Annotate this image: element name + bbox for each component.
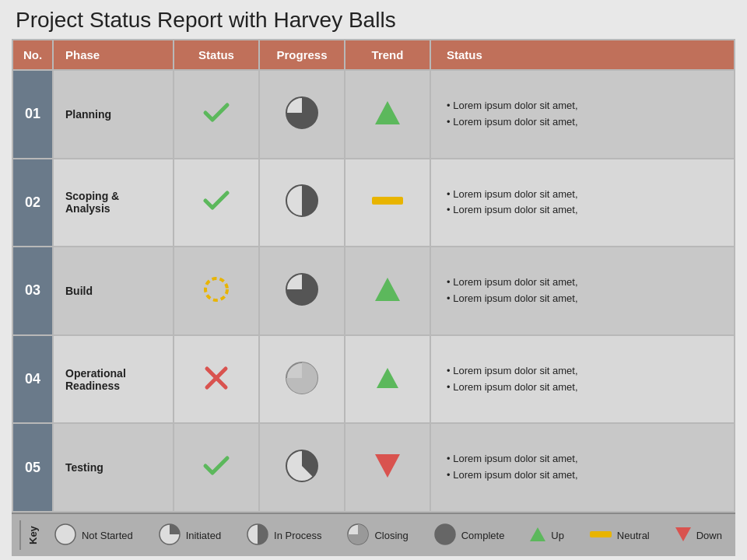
legend-items: Not Started Initiated In Process Closing… xyxy=(48,523,728,548)
legend-bar: Key Not Started Initiated In Process Clo… xyxy=(12,513,735,556)
status-text-item: Lorem ipsum dolor sit amet, xyxy=(447,275,728,291)
row-phase: Operational Readiness xyxy=(53,335,174,424)
legend-icon xyxy=(529,526,546,545)
col-phase: Phase xyxy=(53,40,174,70)
col-no: No. xyxy=(12,40,53,70)
svg-point-4 xyxy=(205,278,227,300)
table-row: 01Planning Lorem ipsum dolor sit amet,Lo… xyxy=(12,70,735,159)
row-progress-ball xyxy=(259,423,345,512)
status-text-item: Lorem ipsum dolor sit amet, xyxy=(447,187,728,203)
row-trend-icon xyxy=(345,423,430,512)
row-no: 05 xyxy=(12,423,53,512)
svg-marker-6 xyxy=(375,278,400,301)
legend-icon xyxy=(675,526,692,545)
legend-item: Not Started xyxy=(54,523,133,548)
row-status-icon xyxy=(174,70,259,159)
svg-point-17 xyxy=(435,524,455,544)
legend-item: In Process xyxy=(246,523,321,548)
row-no: 01 xyxy=(12,70,53,159)
legend-label: Neutral xyxy=(617,530,650,541)
row-progress-ball xyxy=(259,70,345,159)
row-phase: Scoping & Analysis xyxy=(53,159,174,247)
row-trend-icon xyxy=(345,335,430,424)
row-progress-ball xyxy=(259,247,345,335)
row-no: 02 xyxy=(12,159,53,247)
status-text-item: Lorem ipsum dolor sit amet, xyxy=(447,114,728,131)
legend-item: Complete xyxy=(433,523,505,548)
status-text-item: Lorem ipsum dolor sit amet, xyxy=(447,291,728,307)
row-status-text: Lorem ipsum dolor sit amet,Lorem ipsum d… xyxy=(430,70,735,159)
table-row: 02Scoping & Analysis Lorem ipsum dolor s… xyxy=(12,159,735,247)
page-title: Project Status Report with Harvey Balls xyxy=(12,8,735,33)
status-text-item: Lorem ipsum dolor sit amet, xyxy=(447,202,728,219)
row-no: 04 xyxy=(12,335,53,424)
row-no: 03 xyxy=(12,247,53,335)
svg-marker-10 xyxy=(377,368,398,388)
col-status: Status xyxy=(174,40,259,70)
status-text-item: Lorem ipsum dolor sit amet, xyxy=(447,467,728,484)
legend-label: Closing xyxy=(374,530,408,541)
legend-label: Complete xyxy=(461,530,505,541)
legend-item: Down xyxy=(675,526,722,545)
status-text-item: Lorem ipsum dolor sit amet, xyxy=(447,98,728,114)
row-status-icon xyxy=(174,159,259,247)
svg-marker-18 xyxy=(530,527,545,541)
status-text-item: Lorem ipsum dolor sit amet, xyxy=(447,380,728,396)
svg-marker-20 xyxy=(675,527,691,541)
status-text-item: Lorem ipsum dolor sit amet, xyxy=(447,451,728,467)
table-header-row: No. Phase Status Progress Trend Status xyxy=(12,40,735,70)
row-phase: Planning xyxy=(53,70,174,159)
row-trend-icon xyxy=(345,159,430,247)
row-status-icon xyxy=(174,335,259,424)
row-phase: Testing xyxy=(53,423,174,512)
col-progress: Progress xyxy=(259,40,345,70)
legend-label: Not Started xyxy=(82,530,133,541)
row-status-text: Lorem ipsum dolor sit amet,Lorem ipsum d… xyxy=(430,159,735,247)
svg-rect-19 xyxy=(590,531,612,537)
row-status-text: Lorem ipsum dolor sit amet,Lorem ipsum d… xyxy=(430,423,735,512)
row-status-icon xyxy=(174,247,259,335)
legend-item: Up xyxy=(529,526,564,545)
row-status-text: Lorem ipsum dolor sit amet,Lorem ipsum d… xyxy=(430,335,735,424)
svg-marker-1 xyxy=(375,101,400,124)
row-trend-icon xyxy=(345,247,430,335)
row-status-icon xyxy=(174,423,259,512)
svg-rect-3 xyxy=(372,197,403,205)
legend-icon xyxy=(589,529,612,542)
row-progress-ball xyxy=(259,335,345,424)
legend-label: Up xyxy=(551,530,564,541)
svg-marker-12 xyxy=(375,454,400,478)
legend-icon xyxy=(433,523,457,548)
table-wrap: No. Phase Status Progress Trend Status 0… xyxy=(12,39,735,513)
legend-label: Down xyxy=(696,530,722,541)
main-table: No. Phase Status Progress Trend Status 0… xyxy=(12,39,735,513)
legend-item: Initiated xyxy=(158,523,222,548)
legend-item: Closing xyxy=(346,523,408,548)
table-row: 04Operational Readiness Lorem ipsum dolo… xyxy=(12,335,735,424)
legend-label: Initiated xyxy=(186,530,222,541)
table-row: 03Build Lorem ipsum dolor sit amet,Lorem… xyxy=(12,247,735,335)
col-status-text: Status xyxy=(430,40,735,70)
legend-icon xyxy=(246,523,269,548)
legend-key-label: Key xyxy=(19,520,39,550)
legend-label: In Process xyxy=(274,530,321,541)
legend-item: Neutral xyxy=(589,529,650,542)
table-row: 05Testing Lorem ipsum dolor sit amet,Lor… xyxy=(12,423,735,512)
svg-point-13 xyxy=(55,524,75,544)
status-text-item: Lorem ipsum dolor sit amet, xyxy=(447,363,728,380)
legend-icon xyxy=(54,523,77,548)
row-trend-icon xyxy=(345,70,430,159)
row-status-text: Lorem ipsum dolor sit amet,Lorem ipsum d… xyxy=(430,247,735,335)
row-progress-ball xyxy=(259,159,345,247)
legend-icon xyxy=(158,523,181,548)
legend-icon xyxy=(346,523,370,548)
col-trend: Trend xyxy=(345,40,430,70)
page: Project Status Report with Harvey Balls … xyxy=(0,0,747,560)
row-phase: Build xyxy=(53,247,174,335)
